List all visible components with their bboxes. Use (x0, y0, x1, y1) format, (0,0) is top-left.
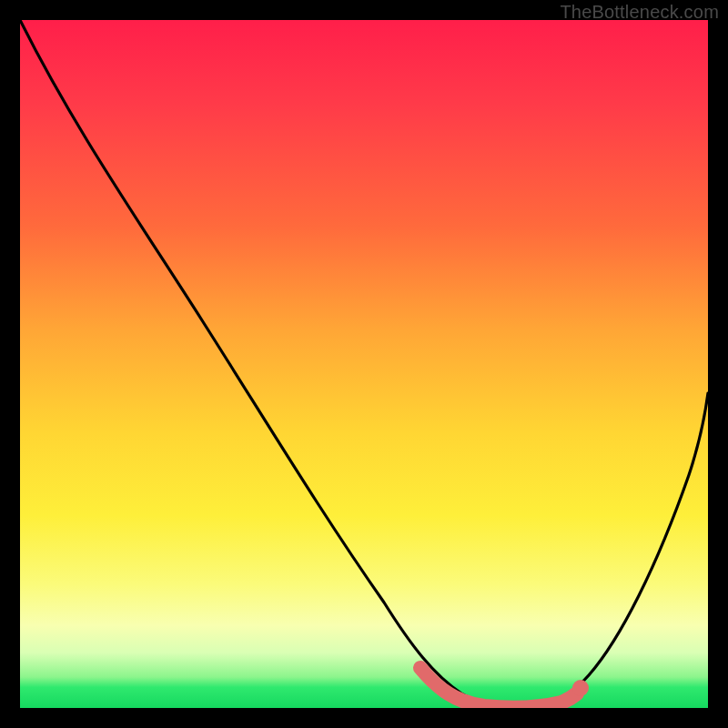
marker-dot (572, 680, 589, 696)
highlight-band (420, 668, 577, 708)
bottleneck-curve (20, 20, 708, 708)
chart-svg (20, 20, 708, 708)
chart-plot-area (20, 20, 708, 708)
watermark-text: TheBottleneck.com (560, 2, 719, 23)
chart-frame: TheBottleneck.com (0, 0, 728, 728)
